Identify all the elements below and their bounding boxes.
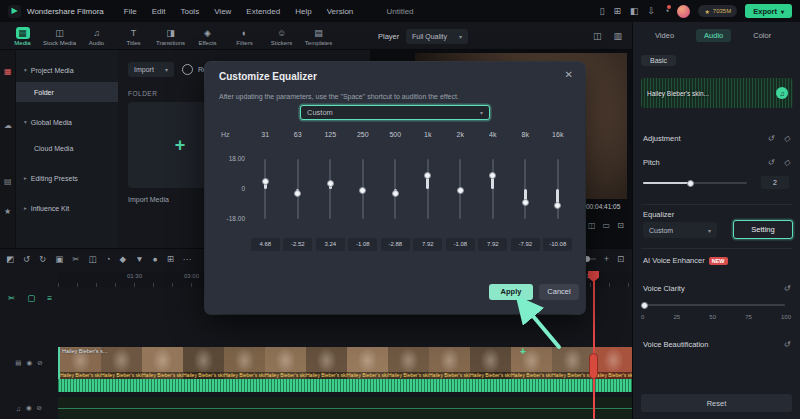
apply-button[interactable]: Apply — [489, 284, 533, 300]
delete-icon[interactable]: ▣ — [55, 252, 63, 266]
tab-audio[interactable]: Audio — [696, 29, 731, 42]
eq-value-box[interactable]: 7.92 — [413, 238, 442, 251]
pitch-value[interactable]: 2 — [761, 176, 789, 189]
eq-value-box[interactable]: -10.08 — [543, 238, 572, 251]
reset-icon[interactable]: ↺ — [767, 134, 774, 143]
eq-slider-knob[interactable] — [554, 202, 561, 209]
menu-tools[interactable]: Tools — [180, 7, 199, 16]
sidebar-item-folder[interactable]: Folder — [16, 82, 118, 102]
export-button[interactable]: Export — [745, 4, 792, 18]
equalizer-preset-dropdown[interactable]: Custom — [643, 222, 717, 238]
sidebar-item-editing-presets[interactable]: ▸Editing Presets — [16, 168, 118, 188]
menu-extended[interactable]: Extended — [246, 7, 280, 16]
project-media-icon[interactable]: ▦ — [4, 68, 12, 76]
menu-help[interactable]: Help — [295, 7, 311, 16]
sidebar-item-project-media[interactable]: ▾Project Media — [16, 60, 118, 80]
apps-icon[interactable]: ⊞ — [613, 7, 621, 16]
reset-icon[interactable]: ↺ — [783, 284, 790, 293]
sidebar-item-global-media[interactable]: ▾Global Media — [16, 112, 118, 132]
eq-slider-knob[interactable] — [262, 178, 269, 185]
avatar[interactable] — [677, 5, 690, 18]
undo-icon[interactable]: ↺ — [23, 252, 30, 266]
eq-value-box[interactable]: -1.08 — [348, 238, 377, 251]
tab-basic[interactable]: Basic — [641, 55, 676, 66]
keyframe-icon[interactable]: ◇ — [784, 158, 790, 167]
clip-thumbnail[interactable]: Hailey Bieber's skincare routine — [593, 347, 632, 379]
more-icon[interactable]: ⋯ — [183, 252, 192, 266]
audio-action-icon[interactable]: ♫ — [776, 87, 788, 99]
link-tool-icon[interactable]: ▢ — [27, 293, 35, 303]
tab-templates[interactable]: ▤Templates — [300, 22, 337, 50]
eq-slider-knob[interactable] — [327, 180, 334, 187]
pitch-slider-knob[interactable] — [687, 180, 694, 187]
eq-value-box[interactable]: -2.52 — [283, 238, 312, 251]
device-icon[interactable]: ▯ — [599, 7, 604, 16]
eq-slider-knob[interactable] — [489, 172, 496, 179]
eq-value-box[interactable]: -1.08 — [446, 238, 475, 251]
audio-track[interactable] — [58, 397, 632, 419]
eq-slider-2k[interactable] — [456, 159, 464, 219]
sidebar-item-influence-kit[interactable]: ▸Influence Kit — [16, 198, 118, 218]
preset-dropdown[interactable]: Custom — [300, 105, 490, 120]
clip-thumbnail[interactable]: Hailey Bieber's skincare routine — [224, 347, 265, 379]
clip-thumbnail[interactable]: Hailey Bieber's skincare routine — [388, 347, 429, 379]
eq-slider-8k[interactable] — [521, 159, 529, 219]
sidebar-item-cloud-media[interactable]: Cloud Media — [16, 138, 118, 158]
ratio-icon[interactable]: ▭ — [603, 221, 611, 230]
menu-version[interactable]: Version — [327, 7, 354, 16]
menu-view[interactable]: View — [214, 7, 231, 16]
eq-slider-knob[interactable] — [392, 190, 399, 197]
snapshot-icon[interactable]: ⊞ — [167, 252, 174, 266]
tab-stock-media[interactable]: ◫Stock Media — [41, 22, 78, 50]
lock-icon[interactable]: ⊘ — [37, 404, 42, 412]
eq-slider-250[interactable] — [359, 159, 367, 219]
eq-value-box[interactable]: 7.92 — [478, 238, 507, 251]
eye-icon[interactable]: ◉ — [27, 359, 33, 367]
influence-icon[interactable]: ★ — [4, 208, 11, 216]
audio-track-icon[interactable]: ♫ — [16, 405, 21, 412]
snapshot-icon[interactable]: ◫ — [588, 221, 596, 230]
eq-slider-16k[interactable] — [554, 159, 562, 219]
record-icon[interactable] — [182, 64, 193, 75]
quality-dropdown[interactable]: Full Quality — [406, 29, 468, 44]
clip-thumbnail[interactable]: Hailey Bieber's skincare routine — [183, 347, 224, 379]
clip-thumbnail[interactable]: Hailey Bieber's skincare routine — [429, 347, 470, 379]
eq-value-box[interactable]: 3.24 — [316, 238, 345, 251]
track-collapse-icon[interactable]: ▤ — [15, 359, 21, 367]
eq-value-box[interactable]: 4.68 — [251, 238, 280, 251]
zoom-in-icon[interactable]: + — [604, 252, 609, 266]
menu-edit[interactable]: Edit — [152, 7, 166, 16]
eq-slider-1k[interactable] — [424, 159, 432, 219]
clip-thumbnail[interactable]: Hailey Bieber's skincare routine — [306, 347, 347, 379]
eq-slider-4k[interactable] — [489, 159, 497, 219]
reset-button[interactable]: Reset — [641, 394, 792, 412]
eq-value-box[interactable]: -7.92 — [511, 238, 540, 251]
fullscreen-icon[interactable]: ⊡ — [617, 221, 624, 230]
clip-thumbnail[interactable]: Hailey Bieber's skincare routine — [265, 347, 306, 379]
download-icon[interactable]: ⇩ — [647, 7, 655, 16]
eq-slider-knob[interactable] — [359, 187, 366, 194]
split-icon[interactable]: ✂ — [72, 252, 79, 266]
eq-value-box[interactable]: -2.88 — [381, 238, 410, 251]
crop-icon[interactable]: ◫ — [88, 252, 96, 266]
points-badge[interactable]: ★7035M — [698, 5, 737, 17]
speed-icon[interactable]: ◔ — [105, 252, 110, 266]
tab-stickers[interactable]: ☺Stickers — [263, 22, 300, 50]
eq-slider-knob[interactable] — [457, 187, 464, 194]
clip-thumbnail[interactable]: Hailey Bieber's skincare routine — [511, 347, 552, 379]
marker-tool-icon[interactable]: ≡ — [47, 293, 52, 303]
lock-icon[interactable]: ⊘ — [37, 359, 42, 367]
marker-icon[interactable]: ▼ — [135, 252, 143, 266]
voice-clarity-knob[interactable] — [641, 302, 648, 309]
close-icon[interactable]: ✕ — [565, 69, 573, 80]
fit-timeline-icon[interactable]: ⊡ — [617, 252, 624, 266]
eq-slider-63[interactable] — [294, 159, 302, 219]
tab-effects[interactable]: ◈Effects — [189, 22, 226, 50]
tab-filters[interactable]: ◐Filters — [226, 22, 263, 50]
clip-thumbnail[interactable]: Hailey Bieber's skincare routine — [552, 347, 593, 379]
cancel-button[interactable]: Cancel — [539, 284, 579, 300]
clip-audio-waveform[interactable] — [58, 379, 632, 392]
tab-color[interactable]: Color — [745, 29, 779, 42]
video-clip[interactable]: Hailey Bieber's skincare routineHailey B… — [58, 347, 632, 379]
notification-icon[interactable]: ◔ — [664, 7, 669, 16]
